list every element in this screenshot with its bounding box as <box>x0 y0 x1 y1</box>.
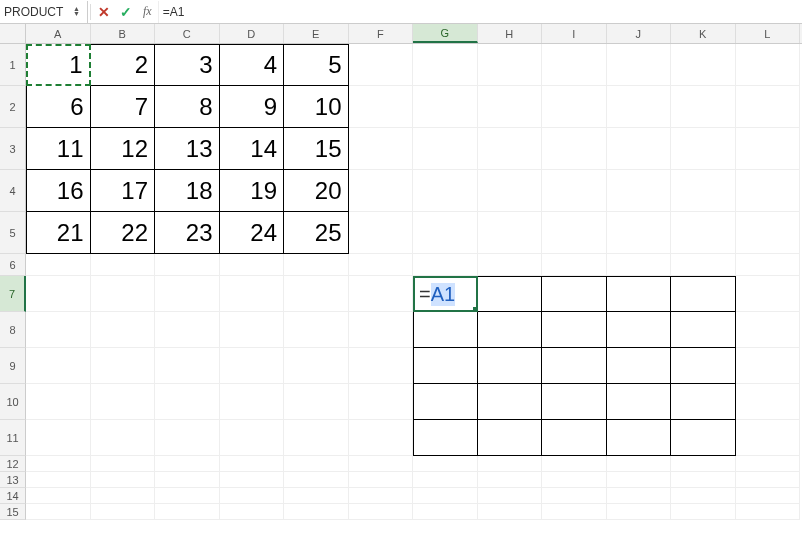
cell-E3[interactable]: 15 <box>284 128 349 170</box>
cell-H8[interactable] <box>478 312 543 348</box>
cell-L7[interactable] <box>736 276 801 312</box>
cell-H4[interactable] <box>478 170 543 212</box>
cell-I1[interactable] <box>542 44 607 86</box>
cell-B6[interactable] <box>91 254 156 276</box>
cell-B10[interactable] <box>91 384 156 420</box>
cell-I8[interactable] <box>542 312 607 348</box>
row-header-8[interactable]: 8 <box>0 312 26 348</box>
cell-E10[interactable] <box>284 384 349 420</box>
cell-E7[interactable] <box>284 276 349 312</box>
cell-C5[interactable]: 23 <box>155 212 220 254</box>
cell-G8[interactable] <box>413 312 478 348</box>
cell-D1[interactable]: 4 <box>220 44 285 86</box>
cell-G10[interactable] <box>413 384 478 420</box>
cell-C7[interactable] <box>155 276 220 312</box>
row-header-2[interactable]: 2 <box>0 86 26 128</box>
cell-F10[interactable] <box>349 384 414 420</box>
select-all-corner[interactable] <box>0 24 26 43</box>
cell-C10[interactable] <box>155 384 220 420</box>
cell-L9[interactable] <box>736 348 801 384</box>
cell-B14[interactable] <box>91 488 156 504</box>
cell-F4[interactable] <box>349 170 414 212</box>
cell-I4[interactable] <box>542 170 607 212</box>
cell-I15[interactable] <box>542 504 607 520</box>
row-header-4[interactable]: 4 <box>0 170 26 212</box>
cell-D4[interactable]: 19 <box>220 170 285 212</box>
cell-J6[interactable] <box>607 254 672 276</box>
cell-B15[interactable] <box>91 504 156 520</box>
cell-H10[interactable] <box>478 384 543 420</box>
cell-H11[interactable] <box>478 420 543 456</box>
cell-J8[interactable] <box>607 312 672 348</box>
cell-G12[interactable] <box>413 456 478 472</box>
cell-H9[interactable] <box>478 348 543 384</box>
cell-F14[interactable] <box>349 488 414 504</box>
cell-J5[interactable] <box>607 212 672 254</box>
cell-C4[interactable]: 18 <box>155 170 220 212</box>
cell-H3[interactable] <box>478 128 543 170</box>
cell-A11[interactable] <box>26 420 91 456</box>
cell-D7[interactable] <box>220 276 285 312</box>
cell-L5[interactable] <box>736 212 801 254</box>
cell-I11[interactable] <box>542 420 607 456</box>
column-header-K[interactable]: K <box>671 24 736 43</box>
cell-H12[interactable] <box>478 456 543 472</box>
cell-F13[interactable] <box>349 472 414 488</box>
cell-D13[interactable] <box>220 472 285 488</box>
cell-A13[interactable] <box>26 472 91 488</box>
cell-C1[interactable]: 3 <box>155 44 220 86</box>
cell-K10[interactable] <box>671 384 736 420</box>
cell-J14[interactable] <box>607 488 672 504</box>
cell-G9[interactable] <box>413 348 478 384</box>
cell-B3[interactable]: 12 <box>91 128 156 170</box>
cell-F12[interactable] <box>349 456 414 472</box>
cell-D12[interactable] <box>220 456 285 472</box>
cell-C9[interactable] <box>155 348 220 384</box>
cell-F5[interactable] <box>349 212 414 254</box>
cell-F15[interactable] <box>349 504 414 520</box>
cell-D11[interactable] <box>220 420 285 456</box>
cell-J1[interactable] <box>607 44 672 86</box>
cell-E5[interactable]: 25 <box>284 212 349 254</box>
cell-L6[interactable] <box>736 254 801 276</box>
cell-K11[interactable] <box>671 420 736 456</box>
cell-E2[interactable]: 10 <box>284 86 349 128</box>
cell-J2[interactable] <box>607 86 672 128</box>
cell-I13[interactable] <box>542 472 607 488</box>
cell-D6[interactable] <box>220 254 285 276</box>
fx-icon[interactable]: fx <box>137 4 158 19</box>
cell-H2[interactable] <box>478 86 543 128</box>
column-header-L[interactable]: L <box>736 24 801 43</box>
cell-L4[interactable] <box>736 170 801 212</box>
cell-F9[interactable] <box>349 348 414 384</box>
cell-H14[interactable] <box>478 488 543 504</box>
cell-J4[interactable] <box>607 170 672 212</box>
cell-K3[interactable] <box>671 128 736 170</box>
cell-I14[interactable] <box>542 488 607 504</box>
cell-C6[interactable] <box>155 254 220 276</box>
cell-G5[interactable] <box>413 212 478 254</box>
cell-B9[interactable] <box>91 348 156 384</box>
name-box-spinner[interactable]: ▲▼ <box>73 7 83 16</box>
cell-B8[interactable] <box>91 312 156 348</box>
cell-C13[interactable] <box>155 472 220 488</box>
cell-J15[interactable] <box>607 504 672 520</box>
cell-K8[interactable] <box>671 312 736 348</box>
cell-C12[interactable] <box>155 456 220 472</box>
cell-G4[interactable] <box>413 170 478 212</box>
cell-B4[interactable]: 17 <box>91 170 156 212</box>
cell-E9[interactable] <box>284 348 349 384</box>
cell-E1[interactable]: 5 <box>284 44 349 86</box>
cell-D9[interactable] <box>220 348 285 384</box>
cell-H6[interactable] <box>478 254 543 276</box>
column-header-G[interactable]: G <box>413 24 478 43</box>
cell-G7[interactable]: =A1 <box>413 276 478 312</box>
accept-formula-button[interactable]: ✓ <box>115 1 137 23</box>
cell-H7[interactable] <box>478 276 543 312</box>
cell-F3[interactable] <box>349 128 414 170</box>
cell-A6[interactable] <box>26 254 91 276</box>
row-header-14[interactable]: 14 <box>0 488 26 504</box>
cell-A2[interactable]: 6 <box>26 86 91 128</box>
cell-L2[interactable] <box>736 86 801 128</box>
row-header-13[interactable]: 13 <box>0 472 26 488</box>
